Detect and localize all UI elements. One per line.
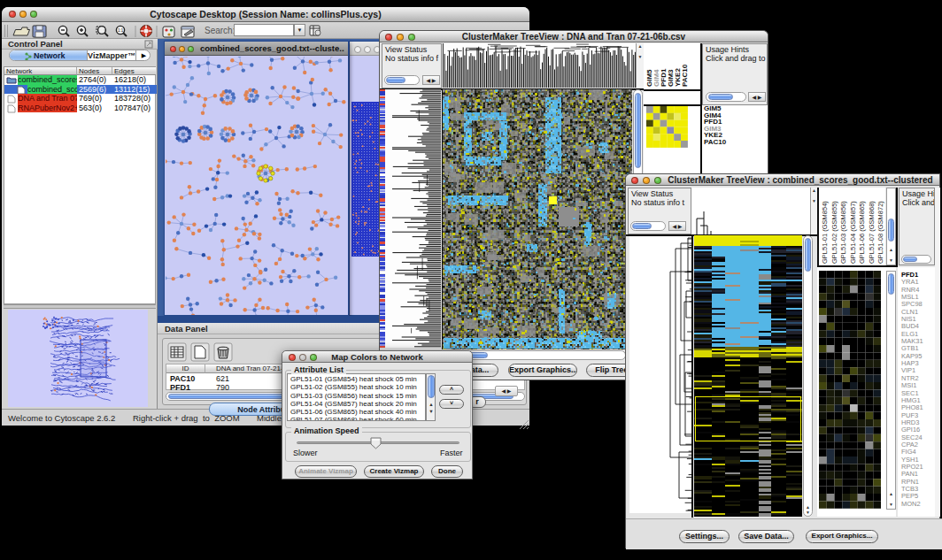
svg-text:1:1: 1:1 xyxy=(118,28,124,33)
